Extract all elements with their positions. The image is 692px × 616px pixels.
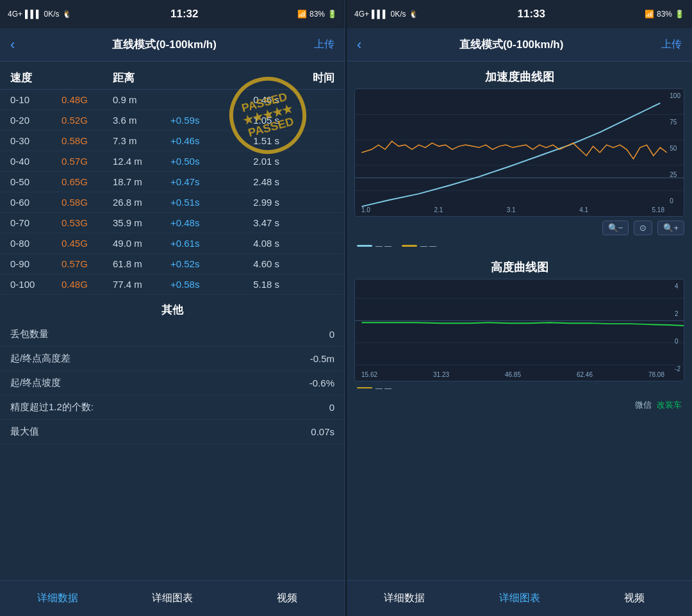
right-time: 11:33 <box>518 8 545 21</box>
legend-line-g <box>402 245 417 247</box>
left-status-left: 4G+ ▌▌▌ 0K/s 🐧 <box>8 10 72 19</box>
height-chart-svg <box>355 279 684 381</box>
zoom-in-button[interactable]: 🔍+ <box>657 221 684 235</box>
right-status-left: 4G+ ▌▌▌ 0K/s 🐧 <box>354 10 418 19</box>
right-tab-video[interactable]: 视频 <box>577 587 692 610</box>
other-row: 丢包数量 0 <box>0 322 345 347</box>
height-y-labels: 4 2 0 -2 <box>675 283 680 372</box>
right-wifi-pct: 83% <box>657 10 672 19</box>
height-chart-area: 4 2 0 -2 15.62 31.23 46.85 62.46 78.08 <box>354 279 684 381</box>
chart-controls: 🔍− ⊙ 🔍+ <box>347 217 692 239</box>
left-tab-bar: 详细数据 详细图表 视频 <box>0 580 345 616</box>
table-row: 0-70 0.53G 35.9 m +0.48s 3.47 s <box>0 213 345 233</box>
left-speed: 0K/s <box>44 10 60 19</box>
accel-x-labels: 1.0 2.1 3.1 4.1 5.18 <box>361 206 664 213</box>
accel-y-labels: 100 75 50 25 0 <box>670 92 680 204</box>
left-wifi-icon: 📶 <box>297 10 307 19</box>
other-section: 其他 丢包数量 0 起/终点高度差 -0.5m 起/终点坡度 -0.6% 精度超… <box>0 295 345 449</box>
left-tab-detail-data[interactable]: 详细数据 <box>0 587 115 610</box>
right-content: 加速度曲线图 100 <box>347 62 692 580</box>
right-nav-title: 直线模式(0-100km/h) <box>459 37 563 52</box>
legend-line-height <box>357 387 372 388</box>
other-header: 其他 <box>0 297 345 322</box>
accel-chart-title: 加速度曲线图 <box>347 62 692 88</box>
right-wifi-icon: 📶 <box>645 10 654 19</box>
left-panel: 4G+ ▌▌▌ 0K/s 🐧 11:32 📶 83% 🔋 ‹ 直线模式(0-10… <box>0 0 345 616</box>
left-signal: 4G+ <box>8 10 22 19</box>
height-legend: — — <box>347 381 692 394</box>
right-signal: 4G+ <box>354 10 369 19</box>
right-panel: 4G+ ▌▌▌ 0K/s 🐧 11:33 📶 83% 🔋 ‹ 直线模式(0-10… <box>347 0 692 616</box>
table-row: 0-80 0.45G 49.0 m +0.61s 4.08 s <box>0 233 345 254</box>
left-tab-detail-chart[interactable]: 详细图表 <box>115 587 229 610</box>
accel-chart-area: 100 75 50 25 0 1.0 2.1 3.1 4.1 5.18 <box>354 88 684 217</box>
zoom-out-button[interactable]: 🔍− <box>602 221 629 235</box>
left-wifi-pct: 83% <box>309 10 325 19</box>
right-battery-icon: 🔋 <box>675 10 684 19</box>
header-diff <box>170 71 228 85</box>
right-back-button[interactable]: ‹ <box>357 37 361 53</box>
right-status-right: 📶 83% 🔋 <box>645 10 684 19</box>
left-back-button[interactable]: ‹ <box>10 37 15 53</box>
legend-line-speed <box>357 245 372 247</box>
right-wechat: 🐧 <box>409 10 418 19</box>
right-tab-bar: 详细数据 详细图表 视频 <box>347 580 692 616</box>
other-row: 起/终点高度差 -0.5m <box>0 347 345 371</box>
right-status-bar: 4G+ ▌▌▌ 0K/s 🐧 11:33 📶 83% 🔋 <box>347 0 692 28</box>
left-wechat: 🐧 <box>62 10 72 19</box>
right-tab-detail-chart[interactable]: 详细图表 <box>462 587 577 610</box>
left-nav-title: 直线模式(0-100km/h) <box>112 37 216 52</box>
table-row: 0-60 0.58G 26.8 m +0.51s 2.99 s <box>0 192 345 213</box>
table-row: 0-50 0.65G 18.7 m +0.47s 2.48 s <box>0 172 345 192</box>
other-row: 精度超过1.2的个数: 0 <box>0 395 345 420</box>
header-speed: 速度 <box>10 71 62 85</box>
left-nav-bar: ‹ 直线模式(0-100km/h) 上传 <box>0 28 345 62</box>
height-chart-title: 高度曲线图 <box>347 252 692 279</box>
left-battery-icon: 🔋 <box>327 10 337 19</box>
table-row: 0-100 0.48G 77.4 m +0.58s 5.18 s <box>0 274 345 295</box>
accel-legend: — — — — <box>347 239 692 252</box>
left-content: 速度 距离 时间 0-10 0.48G 0.9 m 0.46 s 0-20 0.… <box>0 62 345 580</box>
right-nav-bar: ‹ 直线模式(0-100km/h) 上传 <box>347 28 692 62</box>
left-upload-button[interactable]: 上传 <box>314 38 334 51</box>
other-row: 起/终点坡度 -0.6% <box>0 371 345 395</box>
right-upload-button[interactable]: 上传 <box>661 38 682 51</box>
legend-item-height: — — <box>357 384 391 392</box>
table-row: 0-40 0.57G 12.4 m +0.50s 2.01 s <box>0 151 345 172</box>
legend-item-speed: — — <box>357 242 391 249</box>
other-row: 最大值 0.07s <box>0 420 345 444</box>
zoom-reset-button[interactable]: ⊙ <box>634 221 652 235</box>
right-bars: ▌▌▌ <box>372 10 388 19</box>
wechat-watermark: 微信 改装车 <box>347 394 692 416</box>
header-g <box>62 71 113 85</box>
left-time: 11:32 <box>170 8 198 21</box>
right-tab-detail-data[interactable]: 详细数据 <box>347 587 462 610</box>
accel-chart-svg <box>355 89 684 216</box>
table-row: 0-90 0.57G 61.8 m +0.52s 4.60 s <box>0 254 345 274</box>
height-chart-container: 4 2 0 -2 15.62 31.23 46.85 62.46 78.08 <box>347 279 692 381</box>
left-status-bar: 4G+ ▌▌▌ 0K/s 🐧 11:32 📶 83% 🔋 <box>0 0 345 28</box>
height-x-labels: 15.62 31.23 46.85 62.46 78.08 <box>361 371 664 378</box>
right-speed: 0K/s <box>391 10 406 19</box>
header-dist: 距离 <box>113 71 170 85</box>
accel-chart-container: 100 75 50 25 0 1.0 2.1 3.1 4.1 5.18 <box>347 88 692 217</box>
left-tab-video[interactable]: 视频 <box>230 587 345 610</box>
legend-item-g: — — <box>402 242 436 249</box>
left-status-right: 📶 83% 🔋 <box>297 10 337 19</box>
left-bars: ▌▌▌ <box>25 10 42 19</box>
